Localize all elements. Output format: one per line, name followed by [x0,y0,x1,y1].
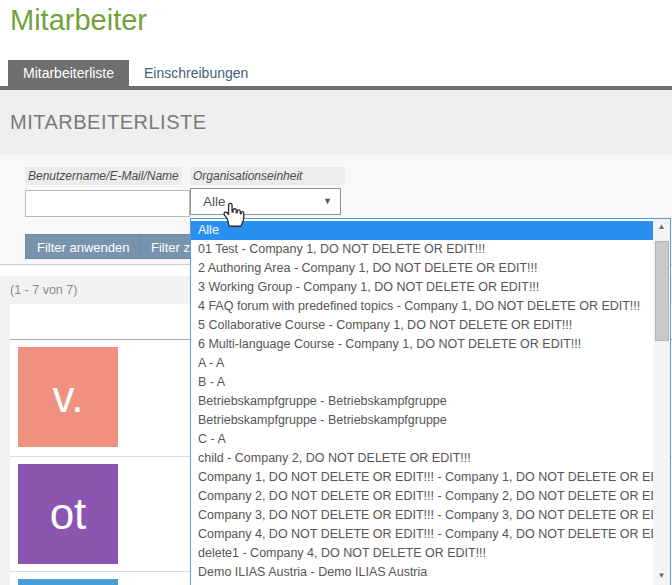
left-gutter [0,304,10,585]
dropdown-option[interactable]: Company 1, DO NOT DELETE OR EDIT!!! - Co… [191,468,653,487]
avatar: ot [18,464,118,564]
dropdown-option[interactable]: Company 4, DO NOT DELETE OR EDIT!!! - Co… [191,525,653,544]
page-title: Mitarbeiter [10,4,147,37]
dropdown-option[interactable]: delete1 - Company 4, DO NOT DELETE OR ED… [191,544,653,563]
dropdown-option[interactable]: Alle [191,221,653,240]
dropdown-option[interactable]: 5 Collaborative Course - Company 1, DO N… [191,316,653,335]
scroll-down-icon[interactable]: ▼ [653,571,670,580]
orgunit-dropdown-popup: Alle 01 Test - Company 1, DO NOT DELETE … [190,218,671,585]
dropdown-option[interactable]: Betriebskampfgruppe - Betriebskampfgrupp… [191,392,653,411]
dropdown-option[interactable]: Demo ILIAS Austria - Demo ILIAS Austria [191,563,653,582]
dropdown-option[interactable]: B - A [191,373,653,392]
dropdown-option[interactable]: Company 3, DO NOT DELETE OR EDIT!!! - Co… [191,506,653,525]
username-filter-input[interactable] [25,190,190,217]
dropdown-option[interactable]: Company 2, DO NOT DELETE OR EDIT!!! - Co… [191,487,653,506]
dropdown-option[interactable]: Betriebskampfgruppe - Betriebskampfgrupp… [191,411,653,430]
tab-einschreibungen[interactable]: Einschreibungen [129,60,263,86]
apply-filter-button[interactable]: Filter anwenden [25,234,142,259]
dropdown-option[interactable]: C - A [191,430,653,449]
dropdown-option[interactable]: 4 FAQ forum with predefined topics - Com… [191,297,653,316]
orgunit-field-label: Organisationseinheit [190,167,345,185]
dropdown-option[interactable]: 3 Working Group - Company 1, DO NOT DELE… [191,278,653,297]
chevron-down-icon: ▼ [323,189,332,214]
dropdown-option[interactable]: 6 Multi-language Course - Company 1, DO … [191,335,653,354]
page: Mitarbeiter Mitarbeiterliste Einschreibu… [0,0,672,585]
dropdown-scrollbar[interactable]: ▲ ▼ [653,219,670,585]
pagination-label: (1 - 7 von 7) [10,276,77,304]
avatar: v. [18,347,118,447]
avatar [18,579,118,585]
section-heading: MITARBEITERLISTE [10,111,207,134]
scrollbar-thumb[interactable] [655,241,669,341]
scroll-up-icon[interactable]: ▲ [653,222,670,231]
orgunit-select[interactable]: Alle ▼ [190,188,341,215]
dropdown-option[interactable]: 01 Test - Company 1, DO NOT DELETE OR ED… [191,240,653,259]
dropdown-option[interactable]: 2 Authoring Area - Company 1, DO NOT DEL… [191,259,653,278]
dropdown-option[interactable]: A - A [191,354,653,373]
tab-mitarbeiterliste[interactable]: Mitarbeiterliste [8,60,129,86]
dropdown-option-list: Alle 01 Test - Company 1, DO NOT DELETE … [191,219,653,585]
tab-bar: Mitarbeiterliste Einschreibungen [8,60,263,86]
orgunit-select-value: Alle [203,189,226,214]
username-field-label: Benutzername/E-Mail/Name [25,167,182,185]
dropdown-option[interactable]: child - Company 2, DO NOT DELETE OR EDIT… [191,449,653,468]
